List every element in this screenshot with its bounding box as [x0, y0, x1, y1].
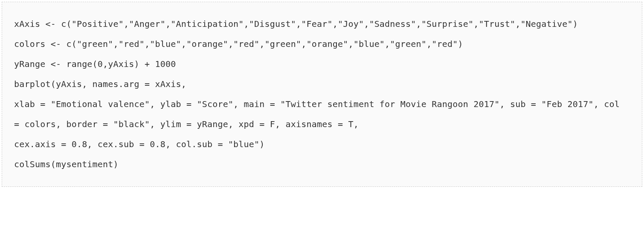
code-line-6: cex.axis = 0.8, cex.sub = 0.8, col.sub =… — [14, 139, 265, 149]
code-line-5: xlab = "Emotional valence", ylab = "Scor… — [14, 99, 625, 129]
code-line-1: xAxis <- c("Positive","Anger","Anticipat… — [14, 19, 578, 29]
code-block: xAxis <- c("Positive","Anger","Anticipat… — [2, 2, 642, 187]
code-line-2: colors <- c("green","red","blue","orange… — [14, 39, 463, 49]
code-line-4: barplot(yAxis, names.arg = xAxis, — [14, 79, 186, 89]
code-line-3: yRange <- range(0,yAxis) + 1000 — [14, 59, 176, 69]
code-line-7: colSums(mysentiment) — [14, 159, 119, 169]
